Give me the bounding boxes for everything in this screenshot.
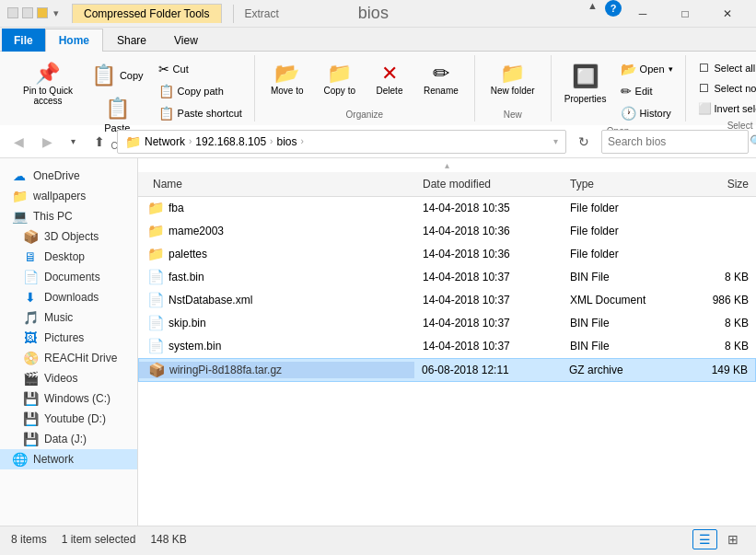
sidebar-item-thispc[interactable]: 💻 This PC: [0, 206, 137, 226]
copy-paste-col: 📋 Copy 📋 Paste: [85, 59, 150, 138]
large-icons-button[interactable]: ⊞: [721, 529, 745, 549]
file-date-7: 06-08-2018 12:11: [414, 364, 562, 376]
sidebar-item-music[interactable]: 🎵 Music: [0, 307, 137, 328]
expand-indicator: ▴: [138, 158, 756, 172]
tab-view[interactable]: View: [160, 29, 212, 52]
title-bar-icons: ▾: [7, 7, 59, 19]
file-icon: 📄: [147, 315, 165, 331]
file-type-5: BIN File: [563, 317, 682, 330]
sidebar-item-desktop[interactable]: 🖥 Desktop: [0, 247, 137, 267]
this-pc-icon: 💻: [11, 209, 28, 224]
organize-label: Organize: [262, 107, 467, 121]
extract-subtab[interactable]: Extract: [245, 7, 279, 20]
file-date-4: 14-04-2018 10:37: [415, 294, 563, 306]
search-input[interactable]: [608, 135, 746, 148]
details-view-button[interactable]: ☰: [692, 529, 717, 549]
desktop-icon: 🖥: [22, 249, 39, 264]
breadcrumb-folder-icon: 📁: [125, 134, 141, 149]
cut-button[interactable]: ✂ Cut: [154, 59, 247, 79]
paste-shortcut-button[interactable]: 📋 Paste shortcut: [154, 103, 247, 123]
file-row-2[interactable]: 📁palettes14-04-2018 10:36File folder: [138, 243, 756, 266]
file-row-1[interactable]: 📁mame200314-04-2018 10:36File folder: [138, 220, 756, 243]
file-row-0[interactable]: 📁fba14-04-2018 10:35File folder: [138, 197, 756, 220]
move-to-button[interactable]: 📂 Move to: [262, 59, 312, 100]
ribbon-group-organize: 📂 Move to 📁 Copy to ✕ Delete ✏ Rename Or…: [255, 55, 475, 121]
copy-button[interactable]: 📋 Copy: [85, 61, 150, 90]
open-button[interactable]: 📂 Open ▾: [616, 59, 678, 79]
view-controls: ☰ ⊞: [692, 529, 745, 549]
sidebar-item-videos[interactable]: 🎬 Videos: [0, 368, 137, 388]
properties-split-btn[interactable]: 🔲: [559, 59, 612, 94]
forward-button[interactable]: ▶: [36, 131, 59, 153]
up-button[interactable]: ⬆: [87, 131, 111, 153]
maximize-button[interactable]: □: [664, 0, 706, 28]
back-button[interactable]: ◀: [7, 131, 30, 153]
open-icon: 📂: [621, 62, 636, 76]
sidebar-item-wallpapers[interactable]: 📁 wallpapers: [0, 186, 137, 206]
ribbon-collapse-icon[interactable]: ▲: [587, 0, 598, 28]
app-icon-1: [7, 7, 18, 18]
tab-share[interactable]: Share: [103, 29, 160, 52]
minimize-button[interactable]: ─: [622, 0, 664, 28]
sidebar-item-3dobjects[interactable]: 📦 3D Objects: [0, 226, 137, 247]
recent-locations-button[interactable]: ▾: [64, 133, 82, 150]
tab-home[interactable]: Home: [45, 29, 103, 52]
folder-icon: 📁: [147, 223, 165, 239]
new-folder-button[interactable]: 📁 New folder: [483, 59, 543, 100]
sidebar-item-pictures[interactable]: 🖼 Pictures: [0, 328, 137, 348]
sidebar-item-data-j[interactable]: 💾 Data (J:): [0, 429, 137, 449]
pin-to-quick-access-button[interactable]: 📌 Pin to Quickaccess: [15, 59, 81, 110]
file-date-5: 14-04-2018 10:37: [415, 317, 563, 330]
refresh-button[interactable]: ↻: [572, 131, 596, 153]
file-row-7[interactable]: 📦wiringPi-8d188fa.tar.gz06-08-2018 12:11…: [138, 358, 756, 382]
copy-path-icon: 📋: [158, 84, 174, 98]
sidebar-item-network[interactable]: 🌐 Network: [0, 449, 137, 469]
edit-button[interactable]: ✏ Edit: [616, 81, 678, 101]
copy-path-button[interactable]: 📋 Copy path: [154, 81, 247, 101]
invert-selection-button[interactable]: ⬜ Invert selection: [693, 99, 756, 118]
help-button[interactable]: ?: [605, 0, 622, 17]
open-buttons: 🔲 Properties 📂 Open ▾ ✏ Edit 🕐 History: [559, 55, 678, 123]
sidebar-item-documents[interactable]: 📄 Documents: [0, 267, 137, 287]
file-name-cell-4: 📄NstDatabase.xml: [138, 292, 415, 308]
status-info: 8 items 1 item selected 148 KB: [11, 533, 187, 546]
sidebar-item-windows-c[interactable]: 💾 Windows (C:): [0, 388, 137, 409]
selected-size: 148 KB: [150, 533, 186, 546]
col-type-header[interactable]: Type: [563, 176, 682, 192]
search-icon[interactable]: 🔍: [750, 134, 756, 148]
sidebar-item-youtube-d[interactable]: 💾 Youtube (D:): [0, 409, 137, 429]
organize-buttons: 📂 Move to 📁 Copy to ✕ Delete ✏ Rename: [262, 55, 467, 107]
file-date-1: 14-04-2018 10:36: [415, 225, 563, 237]
select-none-button[interactable]: ☐ Select none: [693, 79, 756, 98]
sidebar-item-downloads[interactable]: ⬇ Downloads: [0, 287, 137, 307]
breadcrumb-sep-1: ›: [189, 136, 192, 146]
compressed-tools-tab[interactable]: Compressed Folder Tools: [72, 4, 222, 23]
network-icon: 🌐: [11, 452, 28, 467]
delete-button[interactable]: ✕ Delete: [367, 59, 412, 100]
close-button[interactable]: ✕: [706, 0, 749, 28]
file-row-6[interactable]: 📄system.bin14-04-2018 10:37BIN File8 KB: [138, 335, 756, 358]
sidebar-item-reachit[interactable]: 📀 REACHit Drive: [0, 348, 137, 368]
file-row-5[interactable]: 📄skip.bin14-04-2018 10:37BIN File8 KB: [138, 312, 756, 335]
file-row-3[interactable]: 📄fast.bin14-04-2018 10:37BIN File8 KB: [138, 266, 756, 289]
copy-to-button[interactable]: 📁 Copy to: [316, 59, 364, 100]
tab-file[interactable]: File: [2, 29, 45, 52]
col-date-header[interactable]: Date modified: [415, 176, 563, 192]
move-to-icon: 📂: [274, 64, 299, 84]
properties-main-button[interactable]: 🔲: [560, 60, 611, 93]
col-size-header[interactable]: Size: [682, 176, 756, 192]
file-row-4[interactable]: 📄NstDatabase.xml14-04-2018 10:37XML Docu…: [138, 289, 756, 312]
history-button[interactable]: 🕐 History: [616, 103, 678, 123]
sidebar-item-onedrive[interactable]: ☁ OneDrive: [0, 166, 137, 186]
open-chevron: ▾: [669, 64, 673, 74]
file-type-6: BIN File: [563, 340, 682, 353]
breadcrumb[interactable]: 📁 Network › 192.168.8.105 › bios › ▾: [117, 130, 566, 154]
breadcrumb-ip: 192.168.8.105: [195, 135, 266, 148]
file-list-header: Name Date modified Type Size: [138, 172, 756, 197]
rename-button[interactable]: ✏ Rename: [415, 59, 467, 100]
select-all-button[interactable]: ☐ Select all: [693, 59, 756, 77]
properties-area: 🔲 Properties: [559, 59, 612, 104]
file-list: ▴ Name Date modified Type Size 📁fba14-04…: [138, 158, 756, 526]
paste-icon: 📋: [105, 97, 130, 121]
col-name-header[interactable]: Name: [138, 176, 415, 192]
